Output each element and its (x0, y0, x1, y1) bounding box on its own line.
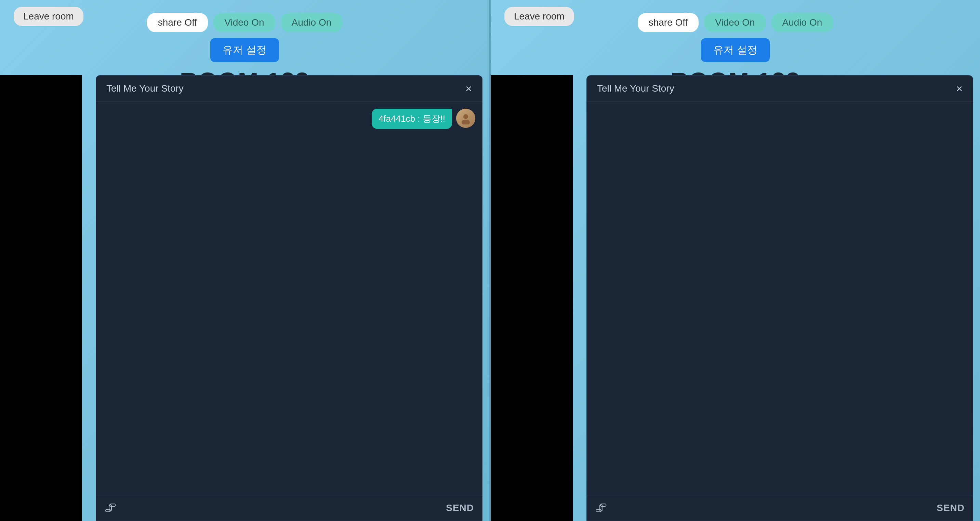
left-video-on-button[interactable]: Video On (213, 13, 275, 32)
left-panel: Leave room share Off Video On Audio On 유… (0, 0, 489, 521)
left-chat-modal: Tell Me Your Story × 4fa441cb : 등장!! 🖇 (96, 75, 482, 521)
left-top-bar: share Off Video On Audio On (0, 7, 489, 32)
left-user-settings-button[interactable]: 유저 설정 (210, 38, 279, 62)
right-video-on-button[interactable]: Video On (704, 13, 765, 32)
left-chat-close-button[interactable]: × (465, 83, 472, 94)
left-chat-body: 4fa441cb : 등장!! (96, 102, 482, 495)
left-chat-footer: 🖇 SEND (96, 495, 482, 521)
right-chat-modal: Tell Me Your Story × 🖇 SEND (586, 75, 973, 521)
left-audio-on-button[interactable]: Audio On (281, 13, 343, 32)
right-send-button[interactable]: SEND (937, 502, 965, 513)
right-chat-footer: 🖇 SEND (587, 495, 973, 521)
right-chat-header: Tell Me Your Story × (587, 76, 973, 102)
right-attach-icon[interactable]: 🖇 (595, 501, 607, 515)
right-user-settings-button[interactable]: 유저 설정 (701, 38, 769, 62)
right-chat-body (587, 102, 973, 495)
left-chat-message-row: 4fa441cb : 등장!! (103, 109, 475, 129)
right-share-off-button[interactable]: share Off (638, 13, 699, 32)
left-chat-title: Tell Me Your Story (107, 83, 184, 94)
left-share-off-button[interactable]: share Off (147, 13, 208, 32)
right-btn-group: share Off Video On Audio On (638, 13, 833, 32)
left-send-button[interactable]: SEND (446, 502, 474, 513)
left-chat-avatar (456, 109, 475, 128)
left-chat-input[interactable] (121, 503, 446, 513)
left-attach-icon[interactable]: 🖇 (104, 501, 116, 515)
right-chat-close-button[interactable]: × (956, 83, 963, 94)
left-video-area (0, 75, 82, 521)
right-audio-on-button[interactable]: Audio On (772, 13, 833, 32)
left-avatar-image (456, 109, 475, 128)
right-panel: Leave room share Off Video On Audio On 유… (491, 0, 980, 521)
right-top-bar: share Off Video On Audio On (491, 7, 980, 32)
left-chat-header: Tell Me Your Story × (96, 76, 482, 102)
left-chat-bubble: 4fa441cb : 등장!! (372, 109, 452, 129)
right-chat-title: Tell Me Your Story (597, 83, 674, 94)
svg-point-1 (461, 120, 470, 124)
right-video-area (491, 75, 573, 521)
right-chat-input[interactable] (611, 503, 937, 513)
left-btn-group: share Off Video On Audio On (147, 13, 343, 32)
svg-point-0 (463, 114, 468, 119)
